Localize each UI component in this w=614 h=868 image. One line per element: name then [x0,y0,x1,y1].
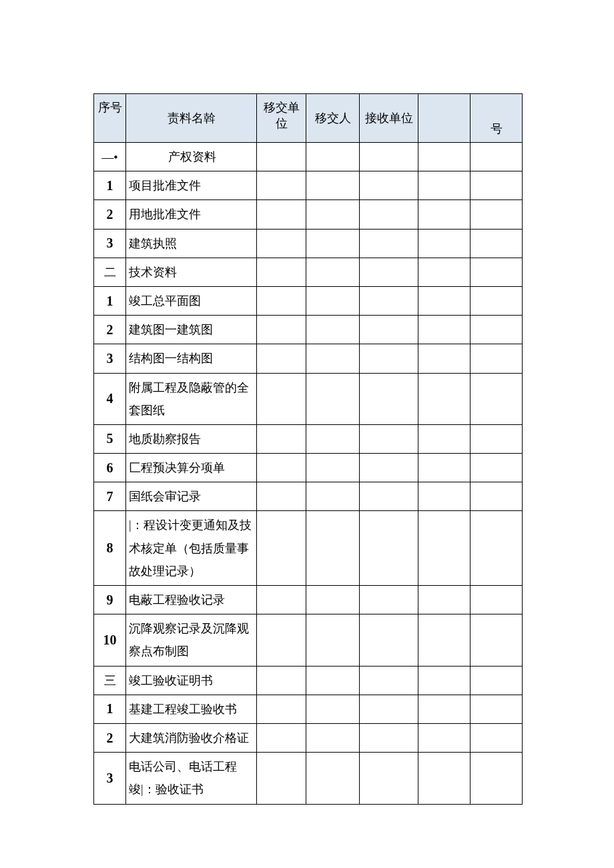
cell-empty [418,316,471,344]
table-row: 3结构图一结构图 [94,344,523,373]
cell-empty [471,723,523,752]
cell-empty [418,143,471,171]
cell-empty [418,511,471,586]
table-row: 2建筑图一建筑图 [94,316,523,344]
cell-empty [306,424,360,453]
cell-seq: 2 [94,723,126,752]
cell-empty [360,482,418,511]
col-hao: 号 [471,94,523,143]
table-row: 6匚程预决算分项单 [94,454,523,482]
cell-empty [471,258,523,286]
table-row: 5地质勘察报告 [94,424,523,453]
cell-seq: —• [94,143,126,171]
cell-seq: 3 [94,753,126,804]
table-row: 2用地批准文件 [94,200,523,229]
cell-empty [306,316,360,344]
cell-empty [360,286,418,315]
cell-empty [360,723,418,752]
cell-empty [418,614,471,666]
cell-empty [360,344,418,373]
cell-seq: 5 [94,424,126,453]
cell-empty [257,614,306,666]
cell-seq: 7 [94,482,126,511]
cell-empty [418,695,471,723]
cell-empty [257,373,306,424]
cell-empty [471,316,523,344]
table-row: 二技术资料 [94,258,523,286]
cell-seq: 8 [94,511,126,586]
cell-name: 用地批准文件 [126,200,257,229]
cell-empty [306,286,360,315]
cell-empty [360,424,418,453]
cell-empty [306,586,360,614]
cell-empty [471,586,523,614]
cell-empty [471,614,523,666]
cell-empty [306,614,360,666]
cell-empty [360,316,418,344]
cell-empty [306,229,360,258]
cell-empty [360,614,418,666]
cell-seq: 1 [94,695,126,723]
cell-empty [306,723,360,752]
cell-name: 大建筑消防验收介格证 [126,723,257,752]
cell-empty [306,511,360,586]
col-receive-unit: 接收单位 [360,94,418,143]
cell-empty [471,753,523,804]
cell-empty [306,344,360,373]
materials-table: 序号 责料名斡 移交单位 移交人 接收单位 号 —•产权资料1项目批准文件2用地… [93,93,523,805]
cell-seq: 二 [94,258,126,286]
cell-name: 附属工程及隐蔽管的全套图纸 [126,373,257,424]
table-row: 4附属工程及隐蔽管的全套图纸 [94,373,523,424]
table-body: —•产权资料1项目批准文件2用地批准文件3建筑执照二技术资料1竣工总平面图2建筑… [94,143,523,805]
table-row: 2大建筑消防验收介格证 [94,723,523,752]
cell-empty [471,171,523,200]
cell-empty [471,482,523,511]
cell-empty [257,316,306,344]
cell-seq: 10 [94,614,126,666]
cell-empty [306,171,360,200]
table-row: 8|：程设计变更通知及技术核定单（包括质量事故处理记录） [94,511,523,586]
table-row: 1竣工总平面图 [94,286,523,315]
cell-empty [360,511,418,586]
cell-name: 电蔽工程验收记录 [126,586,257,614]
cell-seq: 1 [94,286,126,315]
cell-empty [306,143,360,171]
cell-empty [418,666,471,695]
document-page: 序号 责料名斡 移交单位 移交人 接收单位 号 —•产权资料1项目批准文件2用地… [0,0,614,868]
cell-empty [360,753,418,804]
cell-empty [257,258,306,286]
cell-empty [306,258,360,286]
cell-empty [257,482,306,511]
cell-empty [360,373,418,424]
cell-empty [471,454,523,482]
cell-empty [360,200,418,229]
cell-empty [257,666,306,695]
table-header-row: 序号 责料名斡 移交单位 移交人 接收单位 号 [94,94,523,143]
cell-name: 竣工总平面图 [126,286,257,315]
cell-empty [306,373,360,424]
cell-empty [360,586,418,614]
cell-seq: 3 [94,229,126,258]
cell-empty [418,286,471,315]
cell-empty [306,200,360,229]
table-row: 3建筑执照 [94,229,523,258]
cell-empty [306,753,360,804]
cell-empty [471,373,523,424]
cell-empty [418,753,471,804]
cell-empty [306,482,360,511]
cell-name: |：程设计变更通知及技术核定单（包括质量事故处理记录） [126,511,257,586]
cell-empty [257,511,306,586]
cell-empty [418,482,471,511]
cell-empty [418,344,471,373]
cell-empty [418,200,471,229]
cell-empty [257,200,306,229]
cell-empty [257,171,306,200]
cell-empty [418,454,471,482]
cell-name: 建筑图一建筑图 [126,316,257,344]
table-row: 9电蔽工程验收记录 [94,586,523,614]
cell-empty [257,586,306,614]
cell-empty [418,586,471,614]
cell-empty [471,695,523,723]
cell-empty [257,723,306,752]
cell-name: 竣工验收证明书 [126,666,257,695]
